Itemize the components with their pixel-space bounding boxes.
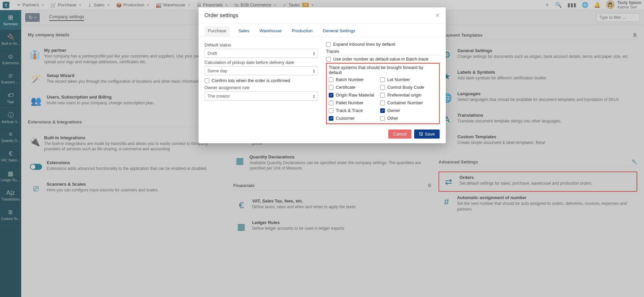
order-settings-dialog: Order settings ✕ PurchaseSalesWarehouseP…	[198, 7, 446, 10]
dialog-header: Order settings ✕	[198, 7, 446, 10]
